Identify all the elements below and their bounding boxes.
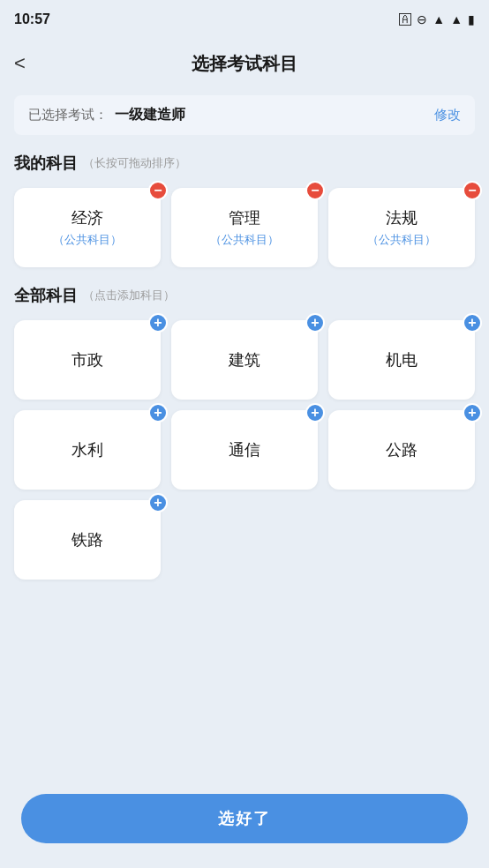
subject-name: 建筑: [229, 349, 260, 370]
battery-icon: ▮: [468, 12, 475, 26]
subject-name: 市政: [71, 349, 103, 370]
all-subject-card[interactable]: +通信: [171, 410, 318, 490]
status-bar: 10:57 🄰 ⊖ ▲ ▲ ▮: [0, 0, 489, 39]
confirm-button[interactable]: 选好了: [21, 794, 468, 843]
header: < 选择考试科目: [0, 39, 489, 88]
my-subjects-hint: （长按可拖动排序）: [83, 155, 186, 171]
modify-button[interactable]: 修改: [434, 107, 461, 123]
all-subject-card[interactable]: +机电: [328, 320, 475, 400]
my-subjects-grid: −经济（公共科目）−管理（公共科目）−法规（公共科目）: [14, 188, 475, 267]
subject-sub: （公共科目）: [53, 232, 122, 248]
add-badge[interactable]: +: [463, 403, 482, 423]
my-subject-card[interactable]: −管理（公共科目）: [171, 188, 318, 267]
all-subject-card[interactable]: +铁路: [14, 500, 161, 580]
my-subject-card[interactable]: −法规（公共科目）: [328, 188, 475, 267]
remove-badge[interactable]: −: [148, 181, 168, 200]
my-subjects-title: 我的科目 （长按可拖动排序）: [14, 153, 475, 174]
all-subject-card[interactable]: +公路: [328, 410, 475, 490]
remove-badge[interactable]: −: [305, 181, 325, 200]
subject-sub: （公共科目）: [210, 232, 279, 248]
subject-name: 通信: [229, 439, 260, 460]
subject-name: 机电: [386, 349, 418, 370]
subject-name: 公路: [386, 439, 418, 460]
all-subjects-grid: +市政+建筑+机电+水利+通信+公路+铁路: [14, 320, 475, 580]
add-badge[interactable]: +: [463, 313, 482, 333]
subject-sub: （公共科目）: [367, 232, 436, 248]
add-badge[interactable]: +: [305, 313, 325, 333]
back-button[interactable]: <: [14, 54, 26, 73]
my-subject-card[interactable]: −经济（公共科目）: [14, 188, 161, 267]
all-subject-card[interactable]: +建筑: [171, 320, 318, 400]
add-badge[interactable]: +: [305, 403, 325, 423]
bottom-bar: 选好了: [0, 780, 489, 868]
my-subjects-section: 我的科目 （长按可拖动排序） −经济（公共科目）−管理（公共科目）−法规（公共科…: [0, 135, 489, 267]
all-subject-card[interactable]: +水利: [14, 410, 161, 490]
subject-name: 水利: [71, 439, 103, 460]
all-subjects-section: 全部科目 （点击添加科目） +市政+建筑+机电+水利+通信+公路+铁路: [0, 267, 489, 580]
all-subject-card[interactable]: +市政: [14, 320, 161, 400]
notification-icon: 🄰: [399, 12, 411, 26]
wifi-icon: ▲: [433, 12, 445, 26]
subject-name: 经济: [71, 207, 103, 228]
status-icons: 🄰 ⊖ ▲ ▲ ▮: [399, 12, 475, 26]
all-subjects-hint: （点击添加科目）: [83, 288, 175, 303]
page-title: 选择考试科目: [192, 52, 297, 76]
minus-circle-icon: ⊖: [417, 12, 427, 26]
status-time: 10:57: [14, 11, 50, 27]
selected-exam-value: 一级建造师: [115, 106, 427, 124]
add-badge[interactable]: +: [148, 313, 168, 333]
selected-exam-label: 已选择考试：: [28, 107, 108, 123]
add-badge[interactable]: +: [148, 493, 168, 513]
all-subjects-title: 全部科目 （点击添加科目）: [14, 285, 475, 306]
subject-name: 铁路: [71, 529, 103, 550]
signal-icon: ▲: [450, 12, 463, 26]
selected-exam-bar: 已选择考试： 一级建造师 修改: [14, 95, 475, 135]
remove-badge[interactable]: −: [463, 181, 482, 200]
subject-name: 法规: [386, 207, 418, 228]
add-badge[interactable]: +: [148, 403, 168, 423]
subject-name: 管理: [229, 207, 260, 228]
